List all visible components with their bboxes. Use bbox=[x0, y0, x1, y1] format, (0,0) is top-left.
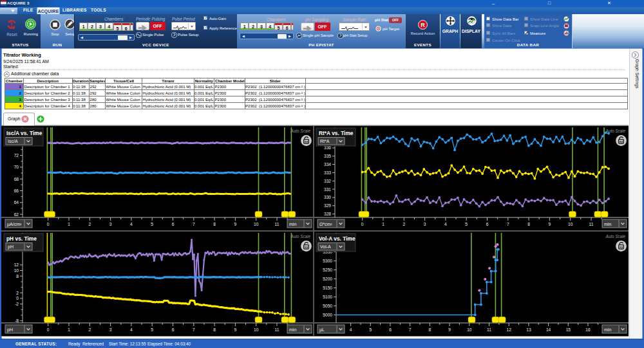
svg-text:5050: 5050 bbox=[323, 304, 332, 308]
svg-text:Isc/A: Isc/A bbox=[8, 139, 18, 143]
svg-text:15: 15 bbox=[566, 327, 571, 332]
svg-text:10: 10 bbox=[254, 327, 259, 332]
svg-text:4: 4 bbox=[350, 327, 352, 332]
svg-text:xy: xy bbox=[305, 140, 308, 143]
svg-text:8: 8 bbox=[213, 222, 216, 226]
svg-text:Auto Scale: Auto Scale bbox=[605, 129, 626, 133]
svg-text:335: 335 bbox=[324, 154, 331, 158]
svg-text:Rt*A: Rt*A bbox=[320, 139, 330, 143]
svg-text:4: 4 bbox=[130, 327, 133, 332]
svg-text:5150: 5150 bbox=[323, 286, 332, 290]
svg-text:6: 6 bbox=[389, 327, 392, 332]
svg-text:16: 16 bbox=[585, 327, 591, 332]
svg-text:7: 7 bbox=[409, 327, 412, 332]
svg-text:9: 9 bbox=[234, 327, 237, 332]
svg-text:3: 3 bbox=[109, 327, 112, 332]
svg-text:min: min bbox=[604, 327, 611, 332]
svg-text:6: 6 bbox=[486, 222, 489, 226]
svg-text:72: 72 bbox=[14, 153, 19, 158]
svg-text:pH: pH bbox=[7, 327, 13, 333]
svg-text:328: 328 bbox=[324, 212, 331, 216]
svg-text:Vol-A: Vol-A bbox=[320, 244, 331, 249]
svg-text:6: 6 bbox=[172, 222, 175, 226]
svg-text:3: 3 bbox=[109, 222, 112, 226]
svg-text:xy: xy bbox=[620, 140, 623, 143]
svg-text:xy: xy bbox=[620, 245, 623, 249]
svg-text:62: 62 bbox=[14, 212, 19, 217]
svg-text:Isc/A vs. Time: Isc/A vs. Time bbox=[6, 130, 43, 136]
svg-text:7: 7 bbox=[507, 222, 509, 226]
svg-text:330: 330 bbox=[324, 195, 331, 199]
svg-text:1: 1 bbox=[68, 222, 70, 226]
svg-text:331: 331 bbox=[324, 187, 331, 192]
svg-text:Rt*A vs. Time: Rt*A vs. Time bbox=[319, 130, 354, 136]
svg-text:9: 9 bbox=[549, 222, 551, 226]
svg-text:334: 334 bbox=[324, 162, 331, 167]
svg-text:xy: xy bbox=[305, 245, 308, 249]
svg-text:0: 0 bbox=[47, 327, 50, 332]
svg-text:4: 4 bbox=[130, 222, 133, 226]
svg-text:329: 329 bbox=[324, 203, 331, 208]
svg-text:2: 2 bbox=[88, 327, 91, 332]
svg-text:66: 66 bbox=[14, 188, 19, 193]
svg-text:Auto Scale: Auto Scale bbox=[290, 129, 311, 133]
svg-text:5: 5 bbox=[151, 327, 153, 332]
svg-text:Auto Scale: Auto Scale bbox=[605, 234, 626, 239]
svg-text:0: 0 bbox=[361, 222, 364, 226]
svg-text:8: 8 bbox=[16, 274, 19, 279]
svg-text:9: 9 bbox=[234, 222, 237, 226]
svg-text:-2: -2 bbox=[15, 302, 19, 306]
svg-text:5: 5 bbox=[151, 222, 153, 226]
svg-text:10: 10 bbox=[467, 327, 472, 332]
svg-text:4: 4 bbox=[444, 222, 447, 226]
svg-text:7: 7 bbox=[193, 222, 195, 226]
svg-text:12: 12 bbox=[14, 262, 19, 267]
svg-text:14: 14 bbox=[546, 327, 551, 332]
svg-text:11: 11 bbox=[487, 327, 491, 332]
svg-text:2: 2 bbox=[16, 291, 19, 295]
svg-text:0: 0 bbox=[16, 296, 19, 300]
svg-text:6: 6 bbox=[172, 327, 175, 332]
svg-text:0: 0 bbox=[47, 222, 50, 226]
svg-text:10: 10 bbox=[14, 268, 19, 273]
svg-text:µA/cm²: µA/cm² bbox=[7, 222, 22, 227]
svg-text:min: min bbox=[289, 327, 296, 332]
svg-text:5200: 5200 bbox=[323, 277, 332, 281]
svg-text:11: 11 bbox=[275, 222, 279, 226]
svg-text:64: 64 bbox=[14, 200, 19, 205]
svg-text:5300: 5300 bbox=[323, 259, 332, 263]
svg-text:10: 10 bbox=[254, 222, 259, 226]
svg-text:7: 7 bbox=[193, 327, 195, 332]
svg-text:pH: pH bbox=[8, 244, 14, 250]
svg-text:1: 1 bbox=[68, 327, 70, 332]
svg-text:333: 333 bbox=[324, 170, 331, 175]
svg-text:Ω*cm²: Ω*cm² bbox=[319, 222, 332, 226]
svg-text:8: 8 bbox=[429, 327, 431, 332]
svg-text:2: 2 bbox=[402, 222, 405, 226]
svg-text:5000: 5000 bbox=[323, 313, 332, 317]
svg-text:5250: 5250 bbox=[323, 268, 332, 272]
svg-text:12: 12 bbox=[507, 327, 512, 332]
svg-text:3: 3 bbox=[424, 222, 426, 226]
svg-text:min: min bbox=[604, 222, 611, 226]
svg-text:5100: 5100 bbox=[323, 295, 332, 299]
svg-text:8: 8 bbox=[527, 222, 530, 226]
svg-text:11: 11 bbox=[275, 327, 279, 332]
svg-text:10: 10 bbox=[568, 222, 573, 226]
svg-text:-8: -8 bbox=[15, 318, 19, 323]
svg-text:70: 70 bbox=[14, 165, 19, 169]
svg-text:11: 11 bbox=[589, 222, 594, 226]
svg-text:2: 2 bbox=[88, 222, 91, 226]
svg-text:5: 5 bbox=[465, 222, 468, 226]
svg-text:µL: µL bbox=[319, 327, 325, 333]
svg-text:332: 332 bbox=[324, 179, 331, 183]
svg-text:Auto Scale: Auto Scale bbox=[290, 234, 311, 239]
svg-text:13: 13 bbox=[526, 327, 531, 332]
svg-text:9: 9 bbox=[448, 327, 451, 332]
svg-text:Vol-A vs. Time: Vol-A vs. Time bbox=[319, 235, 355, 242]
svg-text:R: R bbox=[421, 22, 425, 28]
svg-text:1: 1 bbox=[382, 222, 384, 226]
svg-text:68: 68 bbox=[14, 177, 19, 181]
svg-text:5: 5 bbox=[369, 327, 372, 332]
svg-text:pH vs. Time: pH vs. Time bbox=[6, 235, 37, 242]
